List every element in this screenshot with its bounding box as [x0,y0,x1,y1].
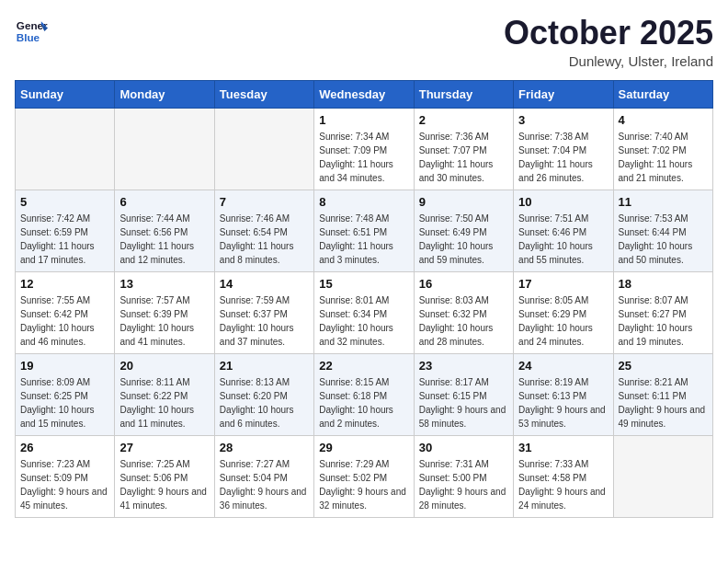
weekday-header-row: SundayMondayTuesdayWednesdayThursdayFrid… [16,80,713,108]
day-info: Sunrise: 7:57 AMSunset: 6:39 PMDaylight:… [119,293,209,349]
weekday-wednesday: Wednesday [314,80,414,108]
day-number: 31 [518,441,608,454]
day-info: Sunrise: 7:48 AMSunset: 6:51 PMDaylight:… [319,212,408,267]
title-block: October 2025 Dunlewy, Ulster, Ireland [504,15,713,69]
day-number: 3 [518,113,608,127]
day-info: Sunrise: 7:33 AMSunset: 4:58 PMDaylight:… [518,457,608,512]
logo-icon: General Blue [15,15,48,48]
location: Dunlewy, Ulster, Ireland [504,53,713,69]
day-info: Sunrise: 7:50 AMSunset: 6:49 PMDaylight:… [419,212,508,267]
day-info: Sunrise: 8:05 AMSunset: 6:29 PMDaylight:… [518,293,608,349]
day-number: 23 [419,359,508,373]
page-header: General Blue October 2025 Dunlewy, Ulste… [15,15,713,69]
svg-text:Blue: Blue [17,31,40,43]
day-number: 28 [220,441,309,454]
day-info: Sunrise: 8:19 AMSunset: 6:13 PMDaylight:… [518,375,608,431]
weekday-sunday: Sunday [16,80,115,108]
calendar-cell: 26Sunrise: 7:23 AMSunset: 5:09 PMDayligh… [16,435,115,517]
calendar-cell: 22Sunrise: 8:15 AMSunset: 6:18 PMDayligh… [314,353,414,435]
weekday-saturday: Saturday [613,80,712,108]
day-info: Sunrise: 7:34 AMSunset: 7:09 PMDaylight:… [319,130,408,185]
calendar-cell: 4Sunrise: 7:40 AMSunset: 7:02 PMDaylight… [613,108,712,190]
calendar-cell: 27Sunrise: 7:25 AMSunset: 5:06 PMDayligh… [115,435,214,517]
calendar-cell: 3Sunrise: 7:38 AMSunset: 7:04 PMDaylight… [514,108,613,190]
day-number: 12 [20,277,109,291]
weekday-monday: Monday [115,80,214,108]
logo: General Blue [15,15,48,48]
calendar-cell: 29Sunrise: 7:29 AMSunset: 5:02 PMDayligh… [314,435,414,517]
day-number: 29 [319,441,408,454]
day-number: 22 [319,359,408,373]
calendar-cell: 21Sunrise: 8:13 AMSunset: 6:20 PMDayligh… [214,353,313,435]
day-info: Sunrise: 8:09 AMSunset: 6:25 PMDaylight:… [20,375,109,431]
day-number: 14 [220,277,309,291]
day-info: Sunrise: 7:23 AMSunset: 5:09 PMDaylight:… [20,457,109,512]
day-number: 30 [419,441,508,454]
calendar-week-3: 12Sunrise: 7:55 AMSunset: 6:42 PMDayligh… [16,271,713,353]
calendar-cell: 10Sunrise: 7:51 AMSunset: 6:46 PMDayligh… [514,190,613,271]
calendar-cell: 28Sunrise: 7:27 AMSunset: 5:04 PMDayligh… [214,435,313,517]
day-number: 5 [20,195,109,209]
weekday-thursday: Thursday [414,80,513,108]
calendar-cell: 11Sunrise: 7:53 AMSunset: 6:44 PMDayligh… [613,190,712,271]
day-number: 11 [619,195,708,209]
calendar-cell: 2Sunrise: 7:36 AMSunset: 7:07 PMDaylight… [414,108,513,190]
calendar-cell: 17Sunrise: 8:05 AMSunset: 6:29 PMDayligh… [514,271,613,353]
day-info: Sunrise: 7:31 AMSunset: 5:00 PMDaylight:… [419,457,508,512]
month-title: October 2025 [504,15,713,52]
day-number: 17 [518,277,608,291]
calendar-cell: 23Sunrise: 8:17 AMSunset: 6:15 PMDayligh… [414,353,513,435]
day-number: 15 [319,277,408,291]
day-number: 25 [619,359,708,373]
day-number: 6 [119,195,209,209]
day-info: Sunrise: 7:46 AMSunset: 6:54 PMDaylight:… [220,212,309,267]
weekday-tuesday: Tuesday [214,80,313,108]
calendar-cell: 18Sunrise: 8:07 AMSunset: 6:27 PMDayligh… [613,271,712,353]
day-number: 24 [518,359,608,373]
day-number: 26 [20,441,109,454]
day-info: Sunrise: 7:59 AMSunset: 6:37 PMDaylight:… [220,293,309,349]
day-info: Sunrise: 7:29 AMSunset: 5:02 PMDaylight:… [319,457,408,512]
calendar-cell: 5Sunrise: 7:42 AMSunset: 6:59 PMDaylight… [16,190,115,271]
calendar-cell: 13Sunrise: 7:57 AMSunset: 6:39 PMDayligh… [115,271,214,353]
calendar-cell: 6Sunrise: 7:44 AMSunset: 6:56 PMDaylight… [115,190,214,271]
calendar-cell [214,108,313,190]
weekday-friday: Friday [514,80,613,108]
day-info: Sunrise: 8:03 AMSunset: 6:32 PMDaylight:… [419,293,508,349]
calendar-cell: 16Sunrise: 8:03 AMSunset: 6:32 PMDayligh… [414,271,513,353]
day-info: Sunrise: 7:55 AMSunset: 6:42 PMDaylight:… [20,293,109,349]
day-info: Sunrise: 8:01 AMSunset: 6:34 PMDaylight:… [319,293,408,349]
calendar-cell: 30Sunrise: 7:31 AMSunset: 5:00 PMDayligh… [414,435,513,517]
day-number: 21 [220,359,309,373]
day-number: 4 [619,113,708,127]
day-number: 7 [220,195,309,209]
day-info: Sunrise: 7:27 AMSunset: 5:04 PMDaylight:… [220,457,309,512]
calendar-cell: 12Sunrise: 7:55 AMSunset: 6:42 PMDayligh… [16,271,115,353]
day-number: 13 [119,277,209,291]
calendar-cell [613,435,712,517]
day-info: Sunrise: 8:13 AMSunset: 6:20 PMDaylight:… [220,375,309,431]
calendar-cell: 14Sunrise: 7:59 AMSunset: 6:37 PMDayligh… [214,271,313,353]
day-number: 2 [419,113,508,127]
calendar-cell: 20Sunrise: 8:11 AMSunset: 6:22 PMDayligh… [115,353,214,435]
day-info: Sunrise: 7:40 AMSunset: 7:02 PMDaylight:… [619,130,708,185]
day-info: Sunrise: 7:25 AMSunset: 5:06 PMDaylight:… [119,457,209,512]
day-info: Sunrise: 8:17 AMSunset: 6:15 PMDaylight:… [419,375,508,431]
day-number: 9 [419,195,508,209]
day-number: 1 [319,113,408,127]
day-number: 8 [319,195,408,209]
day-info: Sunrise: 8:11 AMSunset: 6:22 PMDaylight:… [119,375,209,431]
day-number: 27 [119,441,209,454]
day-info: Sunrise: 8:21 AMSunset: 6:11 PMDaylight:… [619,375,708,431]
calendar-cell: 24Sunrise: 8:19 AMSunset: 6:13 PMDayligh… [514,353,613,435]
day-info: Sunrise: 7:36 AMSunset: 7:07 PMDaylight:… [419,130,508,185]
day-number: 10 [518,195,608,209]
day-info: Sunrise: 7:51 AMSunset: 6:46 PMDaylight:… [518,212,608,267]
day-info: Sunrise: 8:07 AMSunset: 6:27 PMDaylight:… [619,293,708,349]
calendar-cell: 25Sunrise: 8:21 AMSunset: 6:11 PMDayligh… [613,353,712,435]
day-info: Sunrise: 7:44 AMSunset: 6:56 PMDaylight:… [119,212,209,267]
calendar-cell [16,108,115,190]
day-number: 18 [619,277,708,291]
day-info: Sunrise: 7:38 AMSunset: 7:04 PMDaylight:… [518,130,608,185]
day-info: Sunrise: 7:53 AMSunset: 6:44 PMDaylight:… [619,212,708,267]
